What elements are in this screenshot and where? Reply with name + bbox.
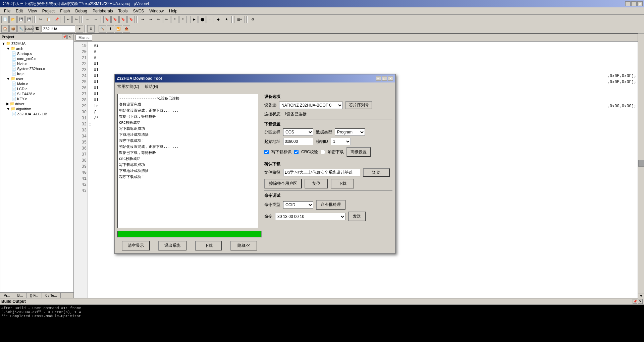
menu-window[interactable]: Window <box>147 8 166 14</box>
partition-select[interactable]: COS <box>283 128 313 136</box>
tree-irq[interactable]: 📄 Irq.c <box>1 71 73 76</box>
browse-button[interactable]: 浏览 <box>363 168 390 177</box>
encrypt-checkbox[interactable] <box>321 150 325 154</box>
nav-back-btn[interactable]: ← <box>84 16 91 23</box>
paste-btn[interactable]: 📌 <box>53 16 60 23</box>
chip-serial-button[interactable]: 芯片序列号 <box>345 101 372 109</box>
dialog-menu-features[interactable]: 常用功能(C) <box>116 83 141 90</box>
view-btn[interactable]: ▦▾ <box>234 16 245 23</box>
hide-button[interactable]: 隐藏<< <box>230 241 257 250</box>
save-all-btn[interactable]: 💾 <box>25 16 33 23</box>
dialog-maximize-btn[interactable]: □ <box>382 76 387 81</box>
menu-flash[interactable]: Flash <box>57 8 72 14</box>
target-dropdown[interactable]: Z32HUA <box>42 25 75 33</box>
pb-tab-f[interactable]: {} F... <box>26 293 42 298</box>
close-button[interactable]: ✕ <box>637 1 643 6</box>
menu-peripherals[interactable]: Peripherals <box>90 8 116 14</box>
menu-help[interactable]: Help <box>166 8 180 14</box>
tree-main[interactable]: 📄 Main.c <box>1 81 73 86</box>
settings-btn[interactable]: ⚙ <box>249 16 256 23</box>
menu-file[interactable]: File <box>1 8 13 14</box>
tb2-btn5[interactable]: 🏗 <box>34 25 41 33</box>
dialog-minimize-btn[interactable]: − <box>376 76 381 81</box>
build-output-close-btn[interactable]: ✕ <box>638 299 643 304</box>
cmd-input[interactable]: 30 13 00 00 10 <box>275 213 345 220</box>
new-btn[interactable]: 📄 <box>1 16 9 23</box>
open-btn[interactable]: 📂 <box>9 16 17 23</box>
maximize-button[interactable]: □ <box>631 1 637 6</box>
diamond-btn[interactable]: ◆ <box>215 16 222 23</box>
cmd-batch-button[interactable]: 命令批处理 <box>316 200 345 210</box>
tree-lcd[interactable]: 📄 LCD.c <box>1 86 73 91</box>
book3-btn[interactable]: 🔖 <box>119 16 127 23</box>
tb2-btn8[interactable]: ⬇ <box>107 25 114 33</box>
book1-btn[interactable]: 🔖 <box>103 16 111 23</box>
pb-tab-te[interactable]: 0↓ Te... <box>42 293 61 298</box>
tree-driver[interactable]: ▶ 📁 driver <box>1 101 73 106</box>
save-btn[interactable]: 💾 <box>17 16 25 23</box>
tb2-btn1[interactable]: 🏠 <box>1 25 9 33</box>
menu-debug[interactable]: Debug <box>73 8 90 14</box>
cut-btn[interactable]: ✂ <box>37 16 44 23</box>
crc-checkbox[interactable] <box>294 150 299 154</box>
device-select[interactable]: NATIONZ Z32HUA-BOOT 0 <box>279 102 343 109</box>
book4-btn[interactable]: 🔖 <box>127 16 135 23</box>
tb2-expand[interactable]: ▾ <box>76 25 83 33</box>
reset-button[interactable]: 复位 <box>305 179 328 188</box>
undo-btn[interactable]: ↩ <box>64 16 72 23</box>
download-right-button[interactable]: 下载 <box>331 179 354 188</box>
tree-alglib[interactable]: 📄 Z32HUA_ALG.LIB <box>1 111 73 116</box>
tb2-btn10[interactable]: 📤 <box>123 25 130 33</box>
tb2-btn6[interactable]: ⚙ <box>87 25 95 33</box>
menu-project[interactable]: Project <box>40 8 57 14</box>
adv-settings-button[interactable]: 高级设置 <box>346 147 371 157</box>
tb2-btn3[interactable]: 🔧 <box>17 25 25 33</box>
erase-button[interactable]: 擦除整个用户区 <box>264 179 302 188</box>
menu-tools[interactable]: Tools <box>116 8 130 14</box>
start-addr-input[interactable] <box>283 138 313 145</box>
tree-startup[interactable]: 📄 Startup.s <box>1 51 73 56</box>
build-output-pin-btn[interactable]: 📌 <box>633 299 637 304</box>
tree-algorithm[interactable]: ▼ 📁 algorithm <box>1 106 73 111</box>
tb2-btn4[interactable]: LOGO <box>25 25 33 33</box>
menu-view[interactable]: View <box>25 8 40 14</box>
menu-edit[interactable]: Edit <box>13 8 25 14</box>
exit-system-button[interactable]: 退出系统 <box>158 241 186 250</box>
tree-core-cm0[interactable]: 📄 core_cm0.c <box>1 56 73 61</box>
indent4-btn[interactable]: ⇤ <box>163 16 170 23</box>
indent5-btn[interactable]: ≡ <box>171 16 178 23</box>
file-path-input[interactable] <box>283 169 360 176</box>
dialog-menu-help[interactable]: 帮助(H) <box>143 83 160 90</box>
star-btn[interactable]: ★ <box>223 16 230 23</box>
tree-user[interactable]: ▼ 📁 user <box>1 76 73 81</box>
tree-root[interactable]: ▼ 📁 Z32HUA <box>1 41 73 46</box>
indent2-btn[interactable]: ⇥ <box>147 16 154 23</box>
circle-btn[interactable]: ○ <box>207 16 214 23</box>
tree-nvic[interactable]: 📄 Nvic.c <box>1 61 73 66</box>
write-mark-checkbox[interactable] <box>264 150 269 154</box>
minimize-button[interactable]: − <box>625 1 631 6</box>
tree-systemz32hua[interactable]: 📄 SystemZ32hua.c <box>1 66 73 71</box>
tree-sle4428[interactable]: 📄 SLE4428.c <box>1 91 73 96</box>
indent1-btn[interactable]: ⇥ <box>139 16 146 23</box>
right-scroll-down-btn[interactable]: ▼ <box>638 293 644 298</box>
pb-tab-b[interactable]: B... <box>14 293 27 298</box>
tb2-btn9[interactable]: 🔁 <box>115 25 122 33</box>
clear-display-button[interactable]: 清空显示 <box>122 241 150 250</box>
send-button[interactable]: 发送 <box>348 212 366 221</box>
project-pin-btn[interactable]: 📌 <box>62 35 67 39</box>
stop-btn[interactable]: ⬤ <box>199 16 206 23</box>
tb2-btn7[interactable]: 🔨 <box>99 25 106 33</box>
menu-svcs[interactable]: SVCS <box>130 8 147 14</box>
cmd-type-select[interactable]: CCID <box>283 201 313 209</box>
download-left-button[interactable]: 下载 <box>195 241 222 250</box>
secret-id-select[interactable]: 1 <box>331 138 351 145</box>
tb2-btn2[interactable]: 📦 <box>9 25 17 33</box>
run-btn[interactable]: ▶ <box>191 16 198 23</box>
tree-key[interactable]: 📄 KEY.c <box>1 96 73 101</box>
editor-tab-main[interactable]: Main.c <box>75 35 92 41</box>
pb-tab-project[interactable]: Pr... <box>0 293 14 298</box>
redo-btn[interactable]: ↪ <box>72 16 80 23</box>
dialog-close-btn[interactable]: ✕ <box>388 76 393 81</box>
indent3-btn[interactable]: ⇤ <box>155 16 162 23</box>
